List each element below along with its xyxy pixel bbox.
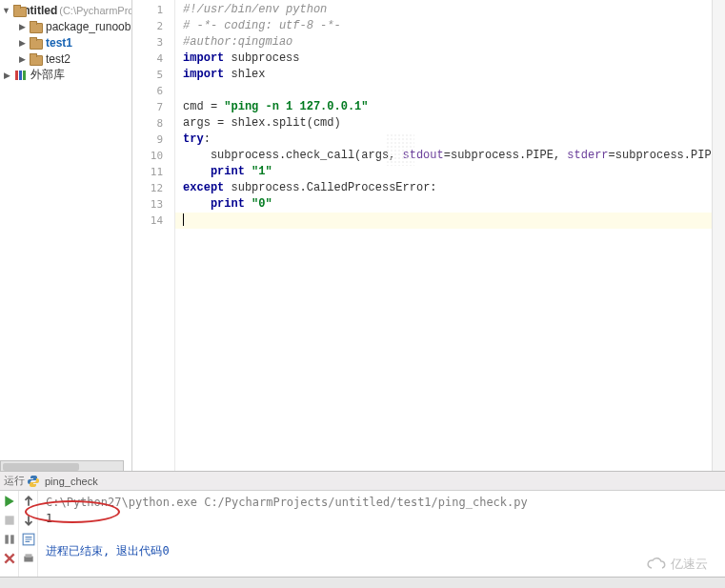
code-line: #!/usr/bin/env python xyxy=(175,2,725,18)
status-bar-icon[interactable] xyxy=(2,578,17,588)
tree-horizontal-scrollbar[interactable] xyxy=(0,460,124,472)
code-line: except subprocess.CalledProcessError: xyxy=(175,180,725,196)
code-line: subprocess.check_call(args, stdout=subpr… xyxy=(175,148,725,164)
stop-icon[interactable] xyxy=(3,514,16,527)
code-line: import subprocess xyxy=(175,51,725,67)
scroll-up-icon[interactable] xyxy=(22,495,35,508)
tree-item-label: package_runoob xyxy=(46,20,131,33)
chevron-right-icon[interactable]: ▶ xyxy=(17,22,27,31)
code-editor[interactable]: 1 2 3 4 5 6 7 8 9 10 11 12 13 14 #!/usr/… xyxy=(132,0,725,471)
status-bar xyxy=(0,577,725,588)
folder-icon xyxy=(30,53,43,65)
code-line-current xyxy=(175,213,725,229)
chevron-down-icon[interactable]: ▼ xyxy=(2,6,10,15)
rerun-icon[interactable] xyxy=(3,495,16,508)
code-line: cmd = "ping -n 1 127.0.0.1" xyxy=(175,99,725,115)
chevron-right-icon[interactable]: ▶ xyxy=(2,71,11,80)
code-line xyxy=(175,83,725,99)
code-line: print "1" xyxy=(175,164,725,180)
tree-ext-lib-label: 外部库 xyxy=(30,67,65,83)
console-output[interactable]: C:\Python27\python.exe C:/PycharmProject… xyxy=(38,491,725,577)
print-icon[interactable] xyxy=(22,552,35,565)
run-header-label: 运行 xyxy=(4,474,25,488)
tree-external-libraries[interactable]: ▶ 外部库 xyxy=(0,67,131,83)
soft-wrap-icon[interactable] xyxy=(22,533,35,546)
python-file-icon xyxy=(27,475,40,488)
folder-icon xyxy=(30,37,43,49)
svg-rect-3 xyxy=(5,516,13,524)
code-line: try: xyxy=(175,132,725,148)
code-line: #author:qingmiao xyxy=(175,34,725,51)
library-icon xyxy=(14,70,28,81)
tree-item-label: test2 xyxy=(46,52,70,66)
code-line: import shlex xyxy=(175,67,725,83)
run-toolbar-secondary xyxy=(19,491,38,577)
tree-root-hint: (C:\PycharmProject xyxy=(59,5,132,16)
code-line: # -*- coding: utf-8 -*- xyxy=(175,18,725,34)
svg-rect-4 xyxy=(5,535,9,543)
line-number-gutter: 1 2 3 4 5 6 7 8 9 10 11 12 13 14 xyxy=(132,0,175,471)
code-line: print "0" xyxy=(175,196,725,213)
run-tab-name[interactable]: ping_check xyxy=(45,476,98,487)
close-icon[interactable] xyxy=(3,552,16,565)
scroll-down-icon[interactable] xyxy=(22,514,35,527)
tree-item-test1[interactable]: ▶ test1 xyxy=(0,34,131,51)
svg-rect-5 xyxy=(10,535,14,543)
console-exit-line: 进程已结束, 退出代码0 xyxy=(46,543,717,559)
svg-rect-2 xyxy=(23,71,26,80)
tree-item-test2[interactable]: ▶ test2 xyxy=(0,51,131,67)
chevron-right-icon[interactable]: ▶ xyxy=(17,38,27,48)
tree-item-package-runoob[interactable]: ▶ package_runoob xyxy=(0,18,131,34)
tree-item-label: test1 xyxy=(46,36,72,50)
folder-icon xyxy=(30,21,43,32)
tree-root[interactable]: ▼ untitled (C:\PycharmProject xyxy=(0,2,131,18)
console-blank-line xyxy=(46,527,717,543)
svg-rect-0 xyxy=(15,71,18,80)
main-split: ▼ untitled (C:\PycharmProject ▶ package_… xyxy=(0,0,725,472)
svg-rect-1 xyxy=(19,71,22,80)
text-cursor xyxy=(183,213,184,226)
pause-icon[interactable] xyxy=(3,533,16,546)
run-tool-window: C:\Python27\python.exe C:/PycharmProject… xyxy=(0,491,725,577)
run-toolbar-primary xyxy=(0,491,19,577)
project-tree: ▼ untitled (C:\PycharmProject ▶ package_… xyxy=(0,0,132,471)
console-output-line: 1 xyxy=(46,511,717,527)
run-tool-window-header: 运行 ping_check xyxy=(0,472,725,491)
code-line: args = shlex.split(cmd) xyxy=(175,115,725,132)
chevron-right-icon[interactable]: ▶ xyxy=(17,54,27,64)
editor-vertical-scrollbar[interactable] xyxy=(712,0,725,471)
code-text-area[interactable]: #!/usr/bin/env python # -*- coding: utf-… xyxy=(175,0,725,471)
console-command-line: C:\Python27\python.exe C:/PycharmProject… xyxy=(46,495,717,511)
svg-rect-8 xyxy=(25,554,31,558)
